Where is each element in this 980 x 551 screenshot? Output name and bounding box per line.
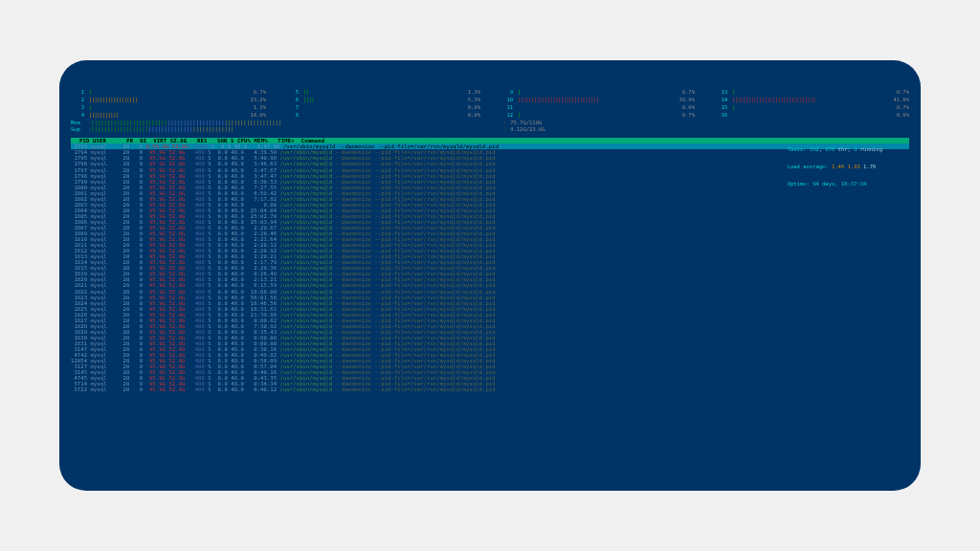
cpu-meter-2: 2[|||||||||||||||||| ]23.2% xyxy=(71,97,266,102)
cpu-meter-15: 15[| ]0.7% xyxy=(714,104,909,110)
cpu-meter-grid: 1[| ]0.7%5[|| ]1.3%9[| ]0.7%13[| ]0.7%2[… xyxy=(71,89,909,118)
cpu-meter-13: 13[| ]0.7% xyxy=(714,89,909,95)
cpu-meter-3: 3[| ]1.3% xyxy=(71,104,266,110)
cpu-meter-4: 4[||||||||||| ]14.0% xyxy=(71,112,266,118)
process-row[interactable]: 5722 mysql 20 0 95.9G 52.0G 400 S 0.0 48… xyxy=(71,386,909,392)
cpu-meter-11: 11[ ]0.0% xyxy=(500,104,695,110)
cpu-meter-16: 16[ ]0.0% xyxy=(714,112,909,118)
cpu-meter-8: 8[ ]0.0% xyxy=(285,112,480,118)
cpu-meter-12: 12[| ]0.7% xyxy=(500,112,695,118)
cpu-meter-9: 9[| ]0.7% xyxy=(500,89,695,95)
cpu-meter-7: 7[ ]0.0% xyxy=(285,104,480,110)
cpu-meter-1: 1[| ]0.7% xyxy=(71,89,266,95)
cpu-meter-5: 5[|| ]1.3% xyxy=(285,89,480,95)
cpu-meter-10: 10[|||||||||||||||||||||||||||||| ]39.9% xyxy=(500,97,695,102)
htop-terminal: 1[| ]0.7%5[|| ]1.3%9[| ]0.7%13[| ]0.7%2[… xyxy=(59,60,921,491)
cpu-meter-6: 6[|||| ]5.3% xyxy=(285,97,480,102)
memory-meter: Mem [|||||||||||||||||||||||||||||||||||… xyxy=(71,120,909,125)
cpu-meter-14: 14[||||||||||||||||||||||||||||||| ]41.0… xyxy=(714,97,909,102)
process-list[interactable]: 1793 mysql 20 0 0.5%.9G 52.0G 2400 S 0.0… xyxy=(71,143,909,392)
system-summary: Tasks: 332, 676 thr; 3 running Load aver… xyxy=(788,135,882,199)
swap-meter: Swp [|||||||||||||||||||||||||||||||||||… xyxy=(71,126,909,132)
